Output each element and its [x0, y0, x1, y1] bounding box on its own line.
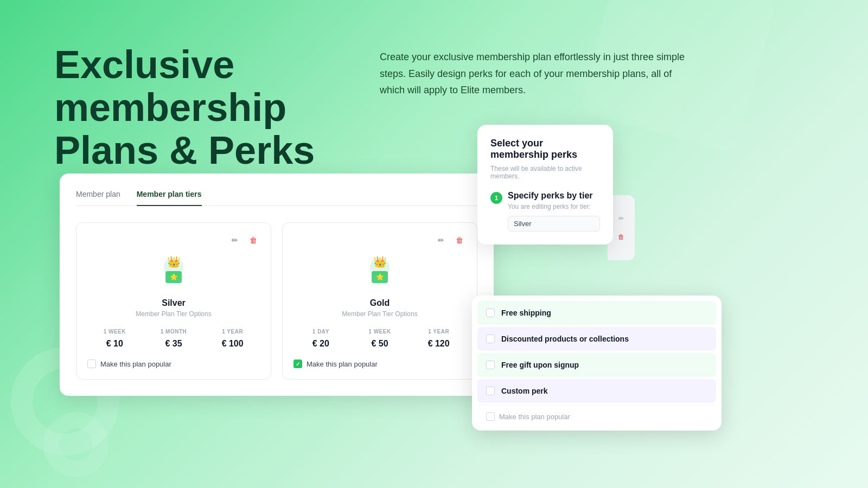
free-gift-label: Free gift upon signup: [501, 361, 579, 369]
tab-member-plan[interactable]: Member plan: [76, 190, 120, 206]
gold-popular-checkbox[interactable]: [293, 359, 302, 368]
discounted-checkbox[interactable]: [486, 335, 495, 343]
plan-cards-container: Member plan Member plan tiers ✏ 🗑 👑 ⭐ Si…: [60, 174, 494, 396]
left-section: Exclusive membership Plans & Perks: [54, 43, 353, 194]
tabs-bar: Member plan Member plan tiers: [76, 190, 477, 206]
perks-select-subtitle: These will be available to active member…: [490, 165, 600, 180]
bg-circle-2: [43, 412, 108, 477]
silver-plan-name: Silver: [87, 298, 260, 308]
gold-pricing-grid: 1 DAY 1 WEEK 1 YEAR € 20 € 50 € 120: [293, 329, 466, 349]
discounted-label: Discounted products or collections: [501, 335, 629, 343]
gold-period-2: 1 YEAR: [411, 329, 466, 335]
silver-logo: 👑 ⭐: [87, 252, 260, 290]
silver-amount-1: € 35: [146, 339, 201, 349]
silver-logo-icon: 👑 ⭐: [155, 252, 193, 290]
perks-footer-checkbox[interactable]: [486, 412, 495, 421]
svg-text:⭐: ⭐: [376, 273, 384, 281]
gold-period-1: 1 WEEK: [353, 329, 407, 335]
silver-period-0: 1 WEEK: [87, 329, 142, 335]
perk-item-discounted[interactable]: Discounted products or collections: [477, 327, 716, 351]
gold-amount-0: € 20: [293, 339, 348, 349]
silver-plan-subtitle: Member Plan Tier Options: [87, 310, 260, 318]
perk-item-custom[interactable]: Custom perk: [477, 379, 716, 403]
gold-logo: 👑 ⭐: [293, 252, 466, 290]
gold-logo-icon: 👑 ⭐: [361, 252, 399, 290]
specify-title: Specify perks by tier: [508, 191, 600, 201]
free-gift-checkbox[interactable]: [486, 361, 495, 369]
third-edit-peek: ✏: [615, 212, 628, 225]
page-description: Create your exclusive membership plan ef…: [380, 49, 694, 99]
silver-card-actions: ✏ 🗑: [87, 234, 260, 247]
silver-popular-label: Make this plan popular: [100, 360, 171, 368]
gold-delete-button[interactable]: 🗑: [453, 234, 466, 247]
gold-card-actions: ✏ 🗑: [293, 234, 466, 247]
gold-amount-2: € 120: [411, 339, 466, 349]
silver-delete-button[interactable]: 🗑: [247, 234, 260, 247]
right-description: Create your exclusive membership plan ef…: [380, 49, 694, 99]
free-shipping-checkbox[interactable]: [486, 309, 495, 317]
silver-plan-card: ✏ 🗑 👑 ⭐ Silver Member Plan Tier Options …: [76, 222, 271, 380]
gold-plan-card: ✏ 🗑 👑 ⭐ Gold Member Plan Tier Options 1 …: [282, 222, 477, 380]
tier-input[interactable]: [508, 216, 600, 232]
specify-perks-item: 1 Specify perks by tier You are editing …: [490, 191, 600, 232]
custom-perk-label: Custom perk: [501, 387, 548, 395]
step-badge: 1: [490, 192, 502, 204]
perks-footer-label: Make this plan popular: [499, 413, 570, 421]
specify-content: Specify perks by tier You are editing pe…: [508, 191, 600, 232]
perk-item-free-shipping[interactable]: Free shipping: [477, 301, 716, 325]
page-title: Exclusive membership Plans & Perks: [54, 43, 353, 172]
perks-select-title: Select your membership perks: [490, 138, 600, 160]
silver-amount-2: € 100: [205, 339, 260, 349]
silver-pricing-grid: 1 WEEK 1 MONTH 1 YEAR € 10 € 35 € 100: [87, 329, 260, 349]
silver-popular-checkbox[interactable]: [87, 359, 96, 368]
perks-select-card: Select your membership perks These will …: [477, 125, 613, 245]
silver-make-popular[interactable]: Make this plan popular: [87, 359, 260, 368]
free-shipping-label: Free shipping: [501, 309, 551, 317]
silver-amount-0: € 10: [87, 339, 142, 349]
svg-text:⭐: ⭐: [170, 273, 178, 281]
silver-edit-button[interactable]: ✏: [228, 234, 241, 247]
perks-list-card: Free shipping Discounted products or col…: [472, 296, 722, 431]
third-delete-peek: 🗑: [615, 230, 628, 243]
gold-make-popular[interactable]: Make this plan popular: [293, 359, 466, 368]
plan-cards-grid: ✏ 🗑 👑 ⭐ Silver Member Plan Tier Options …: [76, 222, 477, 380]
svg-text:👑: 👑: [167, 255, 181, 268]
gold-popular-label: Make this plan popular: [307, 360, 378, 368]
gold-plan-subtitle: Member Plan Tier Options: [293, 310, 466, 318]
silver-period-1: 1 MONTH: [146, 329, 201, 335]
gold-plan-name: Gold: [293, 298, 466, 308]
specify-description: You are editing perks for tier:: [508, 203, 600, 210]
silver-period-2: 1 YEAR: [205, 329, 260, 335]
perks-card-footer: Make this plan popular: [477, 405, 716, 425]
svg-text:👑: 👑: [373, 255, 387, 268]
gold-edit-button[interactable]: ✏: [435, 234, 448, 247]
perk-item-free-gift[interactable]: Free gift upon signup: [477, 353, 716, 377]
gold-amount-1: € 50: [353, 339, 407, 349]
tab-member-plan-tiers[interactable]: Member plan tiers: [137, 190, 202, 206]
gold-period-0: 1 DAY: [293, 329, 348, 335]
custom-perk-checkbox[interactable]: [486, 387, 495, 395]
